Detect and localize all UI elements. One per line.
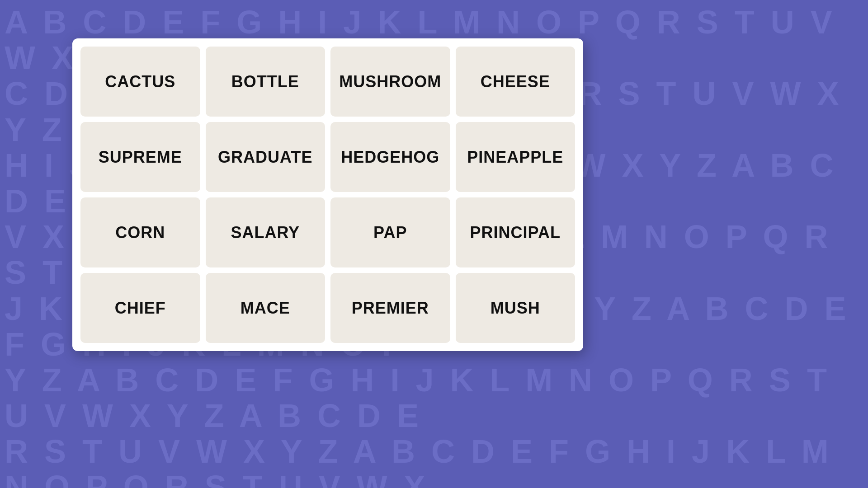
card-label-mushroom: MUSHROOM — [339, 72, 441, 91]
card-label-bottle: BOTTLE — [231, 72, 299, 91]
card-premier[interactable]: PREMIER — [330, 273, 450, 343]
card-salary[interactable]: SALARY — [206, 197, 326, 267]
card-label-pap: PAP — [373, 223, 407, 242]
card-mushroom[interactable]: MUSHROOM — [330, 47, 450, 117]
card-cactus[interactable]: CACTUS — [80, 47, 200, 117]
card-label-principal: PRINCIPAL — [470, 223, 561, 242]
card-corn[interactable]: CORN — [80, 197, 200, 267]
card-graduate[interactable]: GRADUATE — [206, 122, 326, 192]
card-label-salary: SALARY — [231, 223, 300, 242]
card-supreme[interactable]: SUPREME — [80, 122, 200, 192]
card-label-premier: PREMIER — [352, 299, 429, 318]
card-label-supreme: SUPREME — [99, 148, 182, 167]
card-bottle[interactable]: BOTTLE — [206, 47, 326, 117]
card-label-cactus: CACTUS — [105, 72, 175, 91]
word-grid: CACTUSBOTTLEMUSHROOMCHEESESUPREMEGRADUAT… — [80, 47, 575, 343]
card-principal[interactable]: PRINCIPAL — [456, 197, 576, 267]
card-pineapple[interactable]: PINEAPPLE — [456, 122, 576, 192]
card-pap[interactable]: PAP — [330, 197, 450, 267]
card-label-hedgehog: HEDGEHOG — [341, 148, 439, 167]
card-chief[interactable]: CHIEF — [80, 273, 200, 343]
card-label-corn: CORN — [115, 223, 165, 242]
card-cheese[interactable]: CHEESE — [456, 47, 576, 117]
card-label-pineapple: PINEAPPLE — [467, 148, 563, 167]
card-label-mush: MUSH — [491, 299, 540, 318]
card-panel: CACTUSBOTTLEMUSHROOMCHEESESUPREMEGRADUAT… — [72, 38, 583, 351]
card-label-chief: CHIEF — [115, 299, 166, 318]
card-mace[interactable]: MACE — [206, 273, 326, 343]
card-mush[interactable]: MUSH — [456, 273, 576, 343]
card-label-mace: MACE — [241, 299, 290, 318]
card-label-cheese: CHEESE — [481, 72, 550, 91]
card-label-graduate: GRADUATE — [218, 148, 312, 167]
card-hedgehog[interactable]: HEDGEHOG — [330, 122, 450, 192]
